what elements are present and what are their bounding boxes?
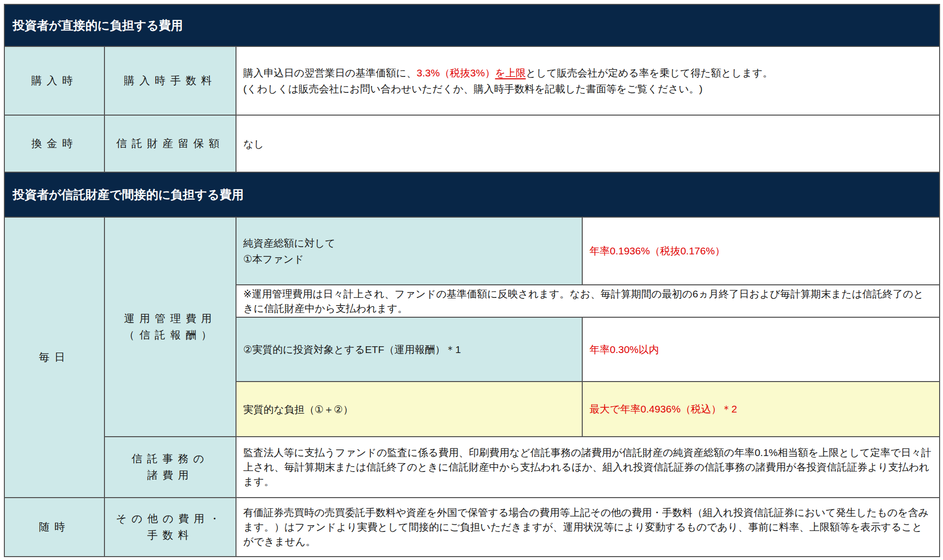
redemption-fee-name-cell: 信託財産留保額 [104, 115, 236, 173]
total-burden-value: 最大で年率0.4936%（税込）＊2 [589, 402, 932, 416]
purchase-fee-name-cell: 購入時手数料 [104, 46, 236, 116]
desc-part1: 購入申込日の翌営業日の基準価額に、 [243, 67, 416, 78]
other-fee-description-cell: 有価証券売買時の売買委託手数料や資産を外国で保管する場合の費用等上記その他の費用… [236, 497, 940, 557]
section2-header-text: 投資者が信託財産で間接的に負担する費用 [13, 187, 939, 203]
fund-rate-label-cell: 純資産総額に対して ①本ファンド [236, 217, 583, 285]
other-fee-timing-cell: 随時 [4, 497, 105, 557]
fund-rate-label-line1: 純資産総額に対して [243, 235, 575, 251]
redemption-fee-value-cell: なし [236, 115, 940, 173]
mgmt-fee-note-cell: ※運用管理費用は日々計上され、ファンドの基準価額に反映されます。なお、毎計算期間… [236, 284, 940, 318]
admin-fee-description: 監査法人等に支払うファンドの監査に係る費用、印刷費用など信託事務の諸費用が信託財… [243, 445, 932, 489]
admin-fee-name-cell: 信託事務の 諸費用 [104, 436, 236, 498]
etf-rate-label-cell: ②実質的に投資対象とするETF（運用報酬）＊1 [236, 317, 583, 382]
other-fee-description: 有価証券売買時の売買委託手数料や資産を外国で保管する場合の費用等上記その他の費用… [243, 505, 932, 549]
admin-fee-name-line2: 諸費用 [105, 467, 236, 484]
purchase-fee-description-line1: 購入申込日の翌営業日の基準価額に、3.3%（税抜3%）を上限として販売会社が定め… [243, 65, 932, 81]
redemption-fee-name-label: 信託財産留保額 [105, 135, 236, 152]
fund-rate-value-cell: 年率0.1936%（税抜0.176%） [582, 217, 940, 285]
purchase-timing-cell: 購入時 [4, 46, 105, 116]
total-burden-label: 実質的な負担（①＋②） [243, 401, 575, 417]
admin-fee-name-line1: 信託事務の [105, 451, 236, 467]
other-fee-timing-label: 随時 [5, 519, 104, 535]
daily-timing-label: 毎日 [5, 349, 104, 366]
mgmt-fee-name-line1: 運用管理費用 [105, 310, 236, 327]
fund-fee-table-page: { "colors": { "header_navy": "#082647", … [0, 0, 943, 560]
section1-header-text: 投資者が直接的に負担する費用 [13, 17, 939, 33]
other-fee-name-cell: その他の費用・ 手数料 [104, 497, 236, 557]
fund-rate-label-line2: ①本ファンド [243, 251, 575, 267]
etf-rate-value-cell: 年率0.30%以内 [582, 317, 940, 382]
mgmt-fee-name-label: 運用管理費用 （信託報酬） [105, 310, 236, 343]
fund-rate-label: 純資産総額に対して ①本ファンド [243, 235, 575, 267]
mgmt-fee-name-cell: 運用管理費用 （信託報酬） [104, 217, 236, 437]
purchase-fee-description: 購入申込日の翌営業日の基準価額に、3.3%（税抜3%）を上限として販売会社が定め… [243, 65, 932, 97]
total-burden-label-cell: 実質的な負担（①＋②） [236, 381, 583, 437]
purchase-fee-description-cell: 購入申込日の翌営業日の基準価額に、3.3%（税抜3%）を上限として販売会社が定め… [236, 46, 940, 116]
redemption-timing-cell: 換金時 [4, 115, 105, 173]
daily-timing-cell: 毎日 [4, 217, 105, 498]
purchase-fee-description-line2: (くわしくは販売会社にお問い合わせいただくか、購入時手数料を記載した書面等をご覧… [243, 81, 932, 97]
desc-part2: として販売会社が定める率を乗じて得た額とします。 [526, 67, 773, 78]
section1-header: 投資者が直接的に負担する費用 [4, 4, 940, 47]
purchase-fee-name-label: 購入時手数料 [105, 73, 236, 89]
admin-fee-description-cell: 監査法人等に支払うファンドの監査に係る費用、印刷費用など信託事務の諸費用が信託財… [236, 436, 940, 498]
admin-fee-name-label: 信託事務の 諸費用 [105, 451, 236, 484]
purchase-timing-label: 購入時 [5, 73, 104, 89]
section2-header: 投資者が信託財産で間接的に負担する費用 [4, 172, 940, 218]
etf-rate-value: 年率0.30%以内 [589, 343, 932, 356]
redemption-timing-label: 換金時 [5, 135, 104, 152]
other-fee-name-line2: 手数料 [105, 527, 236, 544]
mgmt-fee-name-line2: （信託報酬） [105, 327, 236, 343]
fund-rate-value: 年率0.1936%（税抜0.176%） [589, 244, 932, 258]
other-fee-name-label: その他の費用・ 手数料 [105, 511, 236, 544]
redemption-fee-value: なし [243, 136, 932, 152]
mgmt-fee-note: ※運用管理費用は日々計上され、ファンドの基準価額に反映されます。なお、毎計算期間… [243, 287, 932, 316]
desc-red-underlined: を上限 [495, 67, 526, 78]
other-fee-name-line1: その他の費用・ [105, 511, 236, 527]
desc-red-rate: 3.3%（税抜3%） [416, 67, 495, 78]
total-burden-value-cell: 最大で年率0.4936%（税込）＊2 [582, 381, 940, 437]
etf-rate-label: ②実質的に投資対象とするETF（運用報酬）＊1 [243, 341, 575, 357]
